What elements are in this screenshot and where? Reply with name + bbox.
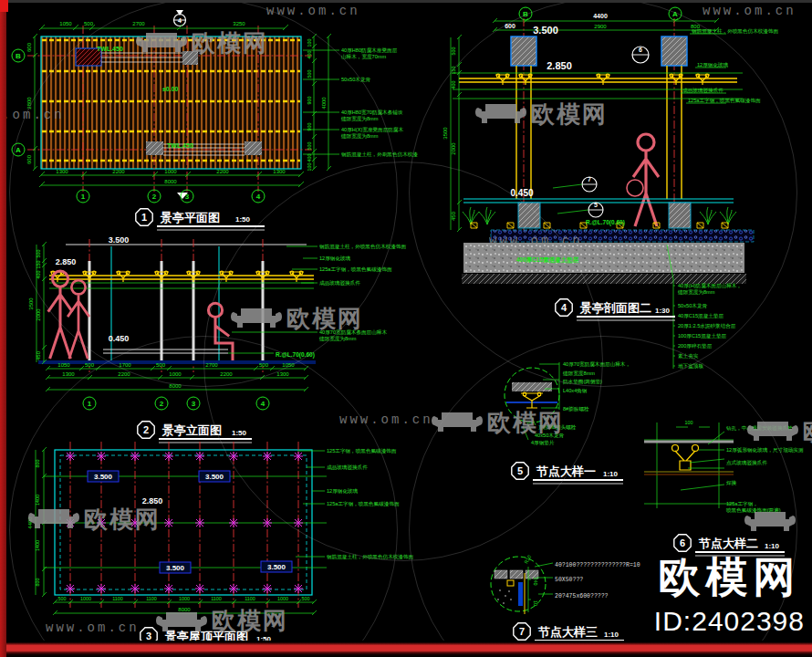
site-watermark: www.om.cn: [46, 620, 140, 635]
site-watermark: www.om.cn: [703, 4, 796, 18]
dim-label: 1050: [57, 362, 70, 368]
grid-bubble-B: B: [12, 49, 25, 62]
sofa-watermark-icon: [744, 506, 796, 537]
brand-watermark: 欧模网: [212, 605, 288, 637]
brand-watermark: 欧模网: [803, 416, 812, 448]
dim-label: 1050: [59, 21, 72, 26]
model-id: ID:2402398: [654, 606, 805, 637]
bottom-red-border: [0, 641, 812, 657]
plan-note: 山樟木，宽度70mm: [341, 54, 386, 60]
sofa-watermark-icon: [431, 407, 484, 438]
sofa-watermark-icon: [474, 99, 527, 130]
top-bar: [0, 0, 812, 3]
dim-label: 1300: [62, 371, 75, 377]
brand-watermark: 欧模网: [84, 504, 161, 536]
sofa-watermark-icon: [135, 27, 188, 58]
dim-label: 3500: [28, 297, 34, 310]
dim-label: 500: [85, 362, 95, 368]
sofa-watermark-icon: [27, 504, 80, 535]
brand-watermark: 欧模网: [487, 407, 564, 439]
top-left-red-mark: [0, 0, 8, 12]
dim-label: 600: [26, 42, 32, 52]
brand-watermark: 欧模网: [286, 303, 363, 335]
brand-watermark: 欧模网: [192, 27, 268, 59]
background-arc: [203, 162, 603, 561]
dim-label: 500: [451, 47, 456, 56]
plan-note: 40厚H80防腐木座凳面层: [341, 47, 398, 54]
sofa-watermark-icon: [230, 303, 283, 334]
brand-watermark: 欧模网: [531, 99, 608, 130]
site-watermark: www.om.cn: [266, 4, 360, 18]
svg-text:B: B: [16, 52, 21, 60]
left-red-border: [0, 0, 6, 657]
site-watermark: www.om.cn: [0, 108, 65, 122]
sofa-watermark-icon: [155, 607, 208, 638]
dim-label: 450: [36, 350, 41, 360]
site-brand: 欧模网: [654, 549, 805, 606]
dim-label: 2000: [36, 308, 41, 321]
site-watermark: www.om.cn: [489, 234, 583, 248]
dim-label: 500: [84, 21, 94, 26]
sofa-watermark-icon: [746, 416, 799, 447]
site-id-block: 欧模网 ID:2402398: [654, 549, 805, 637]
site-watermark: www.om.cn: [339, 412, 433, 427]
